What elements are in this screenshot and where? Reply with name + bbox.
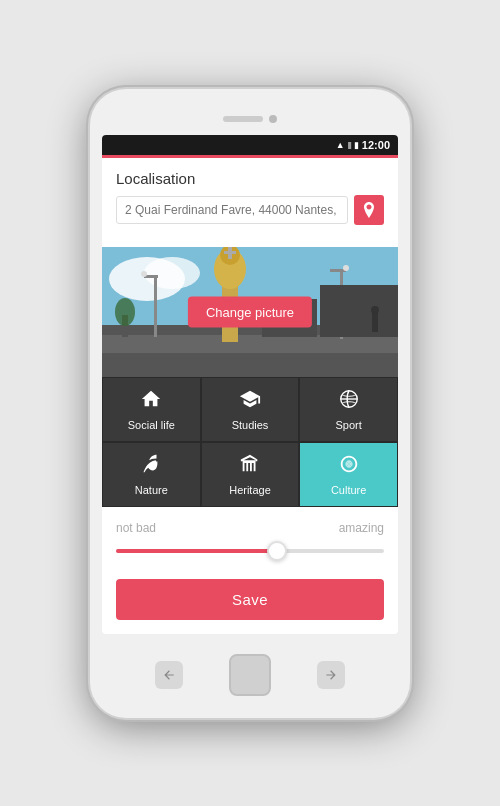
svg-point-15: [343, 265, 349, 271]
status-icons: ▲ ||| ▮ 12:00: [336, 139, 390, 151]
social-life-label: Social life: [128, 419, 175, 431]
change-picture-button[interactable]: Change picture: [188, 296, 312, 327]
rating-labels: not bad amazing: [116, 521, 384, 535]
sport-icon: [338, 388, 360, 415]
home-button[interactable]: [229, 654, 271, 696]
location-pin-button[interactable]: [354, 195, 384, 225]
camera-dot: [269, 115, 277, 123]
phone-bottom-nav: [102, 642, 398, 696]
sport-label: Sport: [336, 419, 362, 431]
svg-point-19: [115, 298, 135, 326]
location-pin-icon: [362, 202, 376, 218]
slider-fill: [116, 549, 277, 553]
category-grid: Social life Studies: [102, 377, 398, 507]
svg-rect-20: [372, 312, 378, 332]
studies-icon: [239, 388, 261, 415]
category-sport[interactable]: Sport: [299, 377, 398, 442]
location-input[interactable]: [116, 196, 348, 224]
heritage-label: Heritage: [229, 484, 271, 496]
save-section: Save: [102, 571, 398, 634]
screen: ▲ ||| ▮ 12:00 Localisation: [102, 135, 398, 634]
culture-icon: [338, 453, 360, 480]
location-section-label: Localisation: [116, 170, 384, 187]
svg-rect-9: [224, 251, 236, 254]
rating-label-left: not bad: [116, 521, 156, 535]
back-icon: [162, 668, 176, 682]
category-studies[interactable]: Studies: [201, 377, 300, 442]
category-heritage[interactable]: Heritage: [201, 442, 300, 507]
heritage-icon: [239, 453, 261, 480]
location-row: [116, 195, 384, 225]
category-social-life[interactable]: Social life: [102, 377, 201, 442]
svg-point-12: [141, 271, 147, 277]
svg-rect-17: [320, 285, 398, 337]
save-button[interactable]: Save: [116, 579, 384, 620]
rating-section: not bad amazing: [102, 507, 398, 571]
social-life-icon: [140, 388, 162, 415]
status-time: 12:00: [362, 139, 390, 151]
nature-label: Nature: [135, 484, 168, 496]
category-culture[interactable]: Culture: [299, 442, 398, 507]
culture-label: Culture: [331, 484, 366, 496]
forward-icon: [324, 668, 338, 682]
studies-label: Studies: [232, 419, 269, 431]
svg-point-21: [371, 306, 379, 314]
svg-rect-10: [154, 275, 157, 337]
rating-slider-container[interactable]: [116, 541, 384, 561]
phone-frame: ▲ ||| ▮ 12:00 Localisation: [90, 89, 410, 718]
category-nature[interactable]: Nature: [102, 442, 201, 507]
wifi-icon: ▲: [336, 140, 345, 150]
slider-thumb[interactable]: [267, 541, 287, 561]
slider-track: [116, 549, 384, 553]
rating-label-right: amazing: [339, 521, 384, 535]
speaker-grille: [223, 116, 263, 122]
nature-icon: [140, 453, 162, 480]
phone-top-bar: [102, 107, 398, 131]
status-bar: ▲ ||| ▮ 12:00: [102, 135, 398, 155]
back-button[interactable]: [155, 661, 183, 689]
signal-icon: |||: [348, 140, 351, 149]
battery-icon: ▮: [354, 140, 359, 150]
app-content: Localisation: [102, 158, 398, 247]
svg-rect-4: [102, 335, 398, 353]
forward-button[interactable]: [317, 661, 345, 689]
picture-area: Change picture: [102, 247, 398, 377]
svg-point-2: [144, 257, 200, 289]
